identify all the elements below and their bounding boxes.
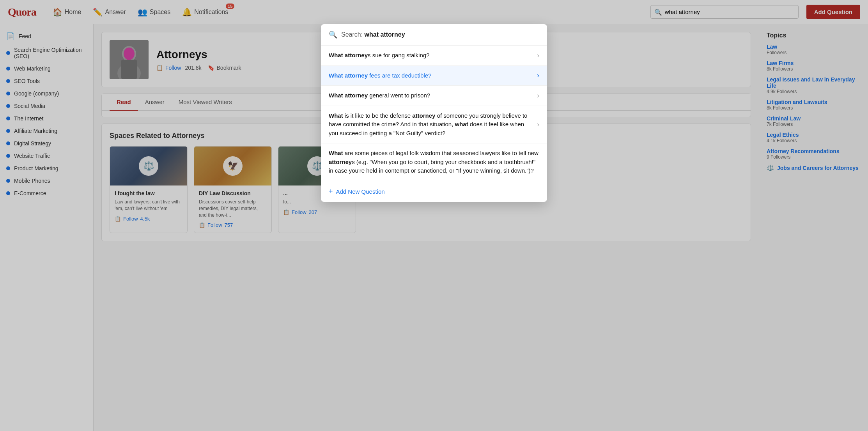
sd-result-text-1: What attorneys sue for gang stalking?	[329, 51, 533, 60]
plus-icon: +	[329, 187, 333, 196]
add-new-question-label: Add New Question	[336, 188, 385, 195]
sd-result-text-5: What are some pieces of legal folk wisdo…	[329, 149, 539, 175]
chevron-right-icon-4: ›	[537, 120, 539, 129]
search-dropdown: 🔍 Search: what attorney What attorneys s…	[321, 24, 547, 202]
sd-result-4[interactable]: What is it like to be the defense attorn…	[321, 106, 547, 144]
sd-search-text: Search: what attorney	[341, 31, 405, 38]
sd-header[interactable]: 🔍 Search: what attorney	[321, 24, 547, 46]
chevron-right-icon-2: ›	[537, 71, 539, 79]
sd-result-1[interactable]: What attorneys sue for gang stalking? ›	[321, 46, 547, 66]
sd-search-query: what attorney	[365, 31, 405, 38]
sd-result-5[interactable]: What are some pieces of legal folk wisdo…	[321, 143, 547, 181]
sd-result-text-3: What attorney general went to prison?	[329, 91, 533, 100]
chevron-right-icon-1: ›	[537, 51, 539, 60]
sd-search-icon: 🔍	[329, 30, 337, 39]
sd-result-text-4: What is it like to be the defense attorn…	[329, 111, 533, 138]
add-new-question[interactable]: + Add New Question	[321, 181, 547, 202]
sd-result-2[interactable]: What attorney fees are tax deductible? ›	[321, 66, 547, 86]
sd-result-text-2: What attorney fees are tax deductible?	[329, 71, 533, 80]
sd-result-3[interactable]: What attorney general went to prison? ›	[321, 86, 547, 106]
chevron-right-icon-3: ›	[537, 92, 539, 100]
